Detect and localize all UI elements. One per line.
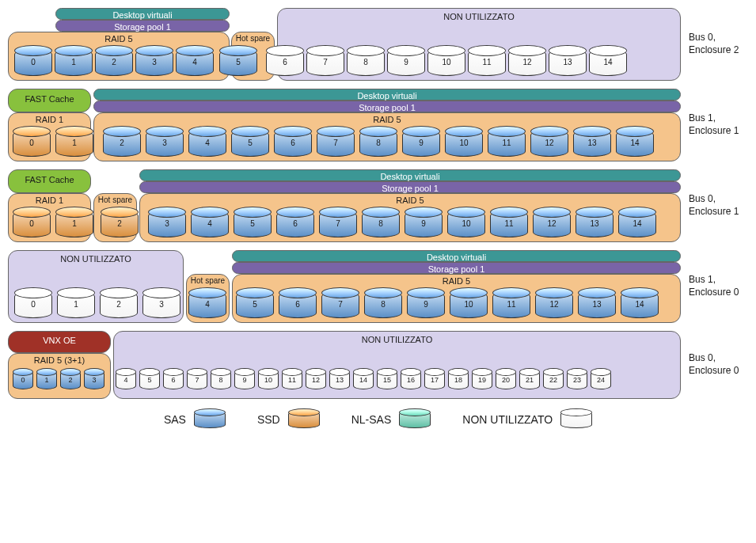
disk-10: 10 — [258, 370, 279, 389]
disk-3: 3 — [148, 211, 186, 237]
disk-1: 1 — [36, 370, 57, 389]
sas-disk-icon — [194, 411, 226, 428]
disk-4: 4 — [116, 370, 136, 389]
disk-22: 22 — [543, 370, 564, 389]
disk-11: 11 — [468, 49, 506, 76]
enclosure-b0e0: VNX OE RAID 5 (3+1) NON UTILIZZATO 0 1 2… — [8, 331, 748, 399]
tier-desktop: Desktop virtuali — [93, 89, 681, 101]
enclosure-label: Bus 1,Enclosure 1 — [681, 112, 739, 137]
disk-9: 9 — [234, 370, 255, 389]
enclosure-b0e1: FAST Cache RAID 1 Hot spare Desktop virt… — [8, 169, 748, 242]
disk-3: 3 — [135, 49, 173, 76]
legend-unused-label: NON UTILIZZATO — [462, 413, 553, 426]
disk-18: 18 — [448, 370, 469, 389]
legend-sas: SAS — [164, 411, 226, 428]
tier-pool: Storage pool 1 — [139, 181, 681, 193]
disk-4: 4 — [191, 211, 229, 237]
disk-7: 7 — [187, 370, 207, 389]
disk-12: 12 — [535, 291, 573, 318]
disk-6: 6 — [163, 370, 184, 389]
disk-row: 0 1 2 3 4 5 6 7 8 9 10 11 12 13 14 — [14, 291, 659, 318]
fastcache-group: FAST Cache — [8, 169, 91, 193]
disk-0: 0 — [13, 211, 51, 237]
vnxoe-group: VNX OE — [8, 331, 111, 353]
disk-8: 8 — [362, 211, 400, 237]
disk-0: 0 — [13, 370, 33, 389]
disk-9: 9 — [402, 130, 440, 157]
enclosure-b1e0: NON UTILIZZATO Hot spare Desktop virtual… — [8, 250, 748, 323]
disk-2: 2 — [101, 211, 139, 237]
disk-1: 1 — [55, 211, 93, 237]
disk-7: 7 — [306, 49, 344, 76]
disk-row: 0 1 2 3 4 5 6 7 8 9 10 11 12 13 14 15 16… — [13, 370, 611, 389]
disk-9: 9 — [407, 291, 445, 318]
disk-8: 8 — [359, 130, 397, 157]
disk-13: 13 — [573, 130, 611, 157]
disk-6: 6 — [279, 291, 317, 318]
legend-ssd-label: SSD — [257, 413, 280, 426]
enclosure-label: Bus 0,Enclosure 2 — [681, 32, 739, 56]
disk-8: 8 — [364, 291, 402, 318]
disk-14: 14 — [621, 291, 659, 318]
disk-13: 13 — [549, 49, 587, 76]
disk-3: 3 — [146, 130, 184, 157]
enclosure-b0e2: Desktop virtuali Storage pool 1 RAID 5 H… — [8, 8, 748, 81]
disk-11: 11 — [492, 291, 530, 318]
disk-7: 7 — [317, 130, 355, 157]
disk-14: 14 — [589, 49, 627, 76]
disk-7: 7 — [319, 211, 357, 237]
disk-6: 6 — [274, 130, 312, 157]
disk-4: 4 — [188, 130, 226, 157]
nlsas-disk-icon — [399, 411, 431, 428]
disk-7: 7 — [321, 291, 359, 318]
disk-3: 3 — [142, 291, 180, 318]
disk-14: 14 — [618, 211, 656, 237]
disk-13: 13 — [576, 211, 614, 237]
disk-11: 11 — [488, 130, 526, 157]
disk-2: 2 — [100, 291, 138, 318]
disk-2: 2 — [95, 49, 133, 76]
legend-nlsas: NL-SAS — [351, 411, 431, 428]
disk-2: 2 — [60, 370, 81, 389]
disk-row: 0 1 2 3 4 5 6 7 8 9 10 11 12 13 14 — [13, 211, 656, 237]
disk-1: 1 — [57, 291, 95, 318]
disk-1: 1 — [55, 49, 93, 76]
disk-13: 13 — [329, 370, 350, 389]
disk-13: 13 — [578, 291, 616, 318]
disk-4: 4 — [176, 49, 214, 76]
disk-12: 12 — [533, 211, 571, 237]
tier-desktop: Desktop virtuali — [55, 8, 230, 20]
disk-6: 6 — [276, 211, 314, 237]
disk-5: 5 — [236, 291, 274, 318]
legend-unused: NON UTILIZZATO — [462, 411, 592, 428]
enclosure-label: Bus 0,Enclosure 1 — [681, 193, 739, 218]
disk-10: 10 — [447, 211, 485, 237]
ssd-disk-icon — [288, 411, 320, 428]
disk-15: 15 — [377, 370, 397, 389]
disk-row: 0 1 2 3 4 5 6 7 8 9 10 11 12 13 14 — [14, 49, 627, 76]
disk-12: 12 — [306, 370, 326, 389]
disk-11: 11 — [282, 370, 302, 389]
disk-19: 19 — [472, 370, 492, 389]
enclosure-label: Bus 1,Enclosure 0 — [681, 274, 739, 298]
disk-10: 10 — [427, 49, 465, 76]
tier-pool: Storage pool 1 — [232, 262, 681, 274]
disk-10: 10 — [450, 291, 488, 318]
disk-4: 4 — [188, 291, 226, 318]
enclosure-label: Bus 0,Enclosure 0 — [681, 352, 739, 377]
legend-ssd: SSD — [257, 411, 320, 428]
disk-5: 5 — [231, 130, 269, 157]
fastcache-group: FAST Cache — [8, 89, 91, 112]
disk-23: 23 — [567, 370, 587, 389]
disk-12: 12 — [508, 49, 546, 76]
disk-8: 8 — [211, 370, 231, 389]
tier-desktop: Desktop virtuali — [139, 169, 681, 181]
disk-8: 8 — [347, 49, 385, 76]
disk-5: 5 — [234, 211, 272, 237]
legend-nlsas-label: NL-SAS — [351, 413, 392, 426]
disk-5: 5 — [219, 49, 257, 76]
disk-row: 0 1 2 3 4 5 6 7 8 9 10 11 12 13 14 — [13, 130, 654, 157]
disk-16: 16 — [401, 370, 421, 389]
disk-14: 14 — [616, 130, 654, 157]
disk-14: 14 — [353, 370, 374, 389]
